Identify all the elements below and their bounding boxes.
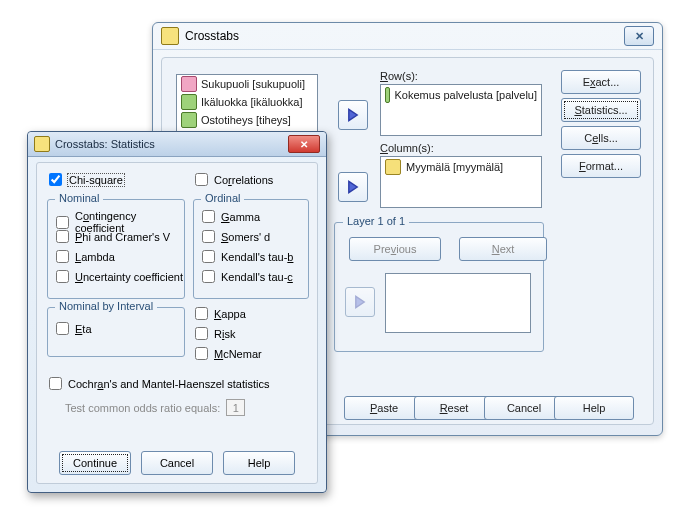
statistics-button[interactable]: Statistics... (561, 98, 641, 122)
nominal-icon (385, 159, 401, 175)
variable-list[interactable]: Sukupuoli [sukupuoli] Ikäluokka [ikäluok… (176, 74, 318, 134)
ordinal-group: Ordinal Gamma Somers' d Kendall's tau-b … (193, 199, 309, 299)
nominal-group: Nominal Contingency coefficient Phi and … (47, 199, 185, 299)
chi-square-checkbox[interactable]: Chi-square (49, 173, 124, 186)
arrow-right-icon (353, 295, 367, 309)
rows-label: Row(s): (380, 70, 418, 82)
gamma-checkbox[interactable]: Gamma (202, 210, 260, 223)
help-button[interactable]: Help (554, 396, 634, 420)
odds-ratio-input (226, 399, 245, 416)
arrow-right-icon (346, 180, 360, 194)
kappa-checkbox[interactable]: Kappa (195, 307, 246, 320)
arrow-right-icon (346, 108, 360, 122)
statistics-dialog: Crosstabs: Statistics ✕ Chi-square Corre… (27, 131, 327, 493)
layer-previous-button[interactable]: Previous (349, 237, 441, 261)
exact-button[interactable]: Exact... (561, 70, 641, 94)
close-button[interactable]: ✕ (624, 26, 654, 46)
kendalls-tau-b-checkbox[interactable]: Kendall's tau-b (202, 250, 293, 263)
list-item[interactable]: Ostotiheys [tiheys] (177, 111, 317, 129)
cols-listbox[interactable]: Myymälä [myymälä] (380, 156, 542, 208)
button-bar: Continue Cancel Help (37, 451, 317, 475)
format-button[interactable]: Format... (561, 154, 641, 178)
app-icon (34, 136, 50, 152)
app-icon (161, 27, 179, 45)
cancel-button[interactable]: Cancel (484, 396, 564, 420)
move-to-rows-button[interactable] (338, 100, 368, 130)
group-legend: Ordinal (201, 192, 244, 204)
risk-checkbox[interactable]: Risk (195, 327, 235, 340)
move-to-cols-button[interactable] (338, 172, 368, 202)
ordinal-icon (385, 87, 390, 103)
window-title: Crosstabs (185, 29, 624, 43)
list-item[interactable]: Kokemus palvelusta [palvelu] (381, 85, 541, 105)
list-item[interactable]: Ikäluokka [ikäluokka] (177, 93, 317, 111)
paste-button[interactable]: Paste (344, 396, 424, 420)
lambda-checkbox[interactable]: Lambda (56, 250, 115, 263)
reset-button[interactable]: Reset (414, 396, 494, 420)
cancel-button[interactable]: Cancel (141, 451, 213, 475)
odds-ratio-label: Test common odds ratio equals: (65, 402, 220, 414)
help-button[interactable]: Help (223, 451, 295, 475)
mcnemar-checkbox[interactable]: McNemar (195, 347, 262, 360)
dialog-body: Chi-square Correlations Nominal Continge… (36, 162, 318, 484)
layer-legend: Layer 1 of 1 (343, 215, 409, 227)
list-item[interactable]: Myymälä [myymälä] (381, 157, 541, 177)
continue-button[interactable]: Continue (59, 451, 131, 475)
group-legend: Nominal (55, 192, 103, 204)
somers-d-checkbox[interactable]: Somers' d (202, 230, 270, 243)
cochran-mantel-haenszel-checkbox[interactable]: Cochran's and Mantel-Haenszel statistics (49, 377, 269, 390)
layer-listbox[interactable] (385, 273, 531, 333)
titlebar[interactable]: Crosstabs ✕ (153, 23, 662, 50)
close-button[interactable]: ✕ (288, 135, 320, 153)
list-item[interactable]: Sukupuoli [sukupuoli] (177, 75, 317, 93)
kendalls-tau-c-checkbox[interactable]: Kendall's tau-c (202, 270, 293, 283)
nominal-icon (181, 76, 197, 92)
nominal-by-interval-group: Nominal by Interval Eta (47, 307, 185, 357)
rows-listbox[interactable]: Kokemus palvelusta [palvelu] (380, 84, 542, 136)
layer-fieldset: Layer 1 of 1 Previous Next (334, 222, 544, 352)
window-title: Crosstabs: Statistics (55, 138, 288, 150)
cols-label: Column(s): (380, 142, 434, 154)
odds-ratio-row: Test common odds ratio equals: (65, 399, 245, 416)
move-to-layer-button[interactable] (345, 287, 375, 317)
uncertainty-coefficient-checkbox[interactable]: Uncertainty coefficient (56, 270, 183, 283)
titlebar[interactable]: Crosstabs: Statistics ✕ (28, 132, 326, 157)
phi-cramers-v-checkbox[interactable]: Phi and Cramer's V (56, 230, 170, 243)
cells-button[interactable]: Cells... (561, 126, 641, 150)
eta-checkbox[interactable]: Eta (56, 322, 92, 335)
ordinal-icon (181, 112, 197, 128)
correlations-checkbox[interactable]: Correlations (195, 173, 273, 186)
ordinal-icon (181, 94, 197, 110)
group-legend: Nominal by Interval (55, 300, 157, 312)
layer-next-button[interactable]: Next (459, 237, 547, 261)
